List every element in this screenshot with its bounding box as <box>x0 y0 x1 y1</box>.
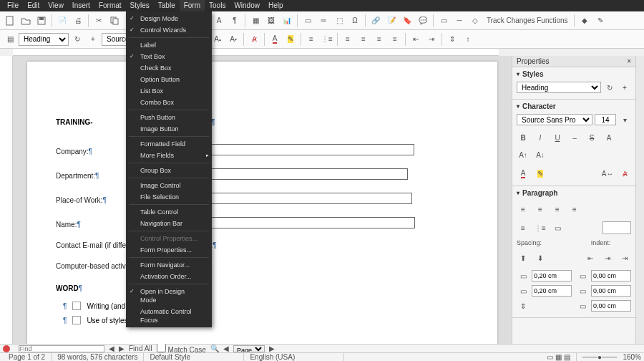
menu-item-push-button[interactable]: Push Button <box>126 112 212 123</box>
line-spacing-icon[interactable]: ⇕ <box>445 32 459 47</box>
menu-item-activation-order-[interactable]: Activation Order... <box>126 271 212 282</box>
find-prev-icon[interactable]: ◀ <box>109 345 114 352</box>
line-icon[interactable]: ─ <box>452 14 467 28</box>
indent-after[interactable]: 0,00 cm <box>591 285 631 297</box>
font-size-input[interactable] <box>595 114 616 125</box>
menu-item-text-box[interactable]: Text Box <box>126 51 212 62</box>
nav-prev-icon[interactable]: ◀ <box>223 345 229 352</box>
menu-styles[interactable]: Styles <box>126 0 154 11</box>
superscript-icon[interactable]: A▴ <box>210 32 225 47</box>
strike-icon[interactable]: S <box>585 131 598 144</box>
bookmark-icon[interactable]: 🔖 <box>400 14 414 28</box>
menu-item-image-control[interactable]: Image Control <box>126 180 212 191</box>
menu-item-list-box[interactable]: List Box <box>126 85 212 97</box>
update-style-icon[interactable]: ↻ <box>603 81 616 94</box>
menu-form[interactable]: Form <box>180 0 205 11</box>
grow-font-icon[interactable]: A↑ <box>517 148 530 161</box>
checkbox-styles[interactable] <box>72 316 81 324</box>
firstline-indent[interactable]: 0,00 cm <box>591 300 631 312</box>
para-spacing-icon[interactable]: ↕ <box>461 32 475 47</box>
nav-next-icon[interactable]: ▶ <box>269 345 275 352</box>
find-input[interactable] <box>19 345 104 352</box>
font-color-icon[interactable]: A <box>517 167 530 180</box>
indent-before-icon[interactable]: ▭ <box>576 269 589 282</box>
open-icon[interactable] <box>19 14 33 28</box>
highlight-color-icon[interactable]: ✎ <box>534 167 547 180</box>
menu-insert[interactable]: Insert <box>68 0 94 11</box>
edit-icon[interactable]: ✎ <box>593 14 608 28</box>
diamond-icon[interactable]: ◆ <box>577 14 592 28</box>
copy-icon[interactable] <box>107 14 122 28</box>
export-pdf-icon[interactable]: 📄 <box>55 14 69 28</box>
formatting-marks-icon[interactable]: ¶ <box>228 14 242 28</box>
cut-icon[interactable]: ✂ <box>92 14 106 28</box>
size-arrow-icon[interactable]: ▾ <box>618 113 631 126</box>
paragraph-style-combo[interactable]: Heading <box>19 33 69 46</box>
menu-item-control-wizards[interactable]: Control Wizards <box>126 24 212 36</box>
table-icon[interactable]: ▦ <box>248 14 263 28</box>
findall-button[interactable]: Find All <box>129 345 152 352</box>
bold-icon[interactable]: B <box>517 131 530 144</box>
sidebar-toggle-icon[interactable]: ▤ <box>3 32 17 47</box>
menu-window[interactable]: Window <box>230 0 264 11</box>
indent-increase-icon[interactable]: ⇥ <box>424 32 439 47</box>
char-spacing-icon[interactable]: A↔ <box>601 167 614 180</box>
vertical-ruler[interactable] <box>0 56 13 344</box>
dec-spacing-icon[interactable]: ⬇ <box>534 251 547 264</box>
status-page[interactable]: Page 1 of 2 <box>3 353 52 361</box>
menu-item-automatic-control-focus[interactable]: Automatic Control Focus <box>126 306 212 326</box>
find-next-icon[interactable]: ▶ <box>119 345 125 352</box>
bullet-icon[interactable]: ≡ <box>517 221 530 234</box>
close-icon[interactable]: × <box>627 57 631 65</box>
search-icon[interactable]: 🔍 <box>210 345 219 352</box>
image-icon[interactable]: 🖼 <box>264 14 278 28</box>
menu-item-image-button[interactable]: Image Button <box>126 123 212 135</box>
align-center-icon[interactable]: ≡ <box>534 203 547 216</box>
section-paragraph[interactable]: Paragraph <box>522 189 557 197</box>
checkbox-writing[interactable] <box>72 302 81 310</box>
menu-item-form-navigator-[interactable]: Form Navigator... <box>126 259 212 271</box>
overline-icon[interactable]: A <box>602 131 615 144</box>
menu-item-form-properties-[interactable]: Form Properties... <box>126 244 212 256</box>
font-combo[interactable]: Source Sans Pro <box>517 114 592 125</box>
shrink-font-icon[interactable]: A↓ <box>534 148 547 161</box>
highlight-icon[interactable]: ✎ <box>283 32 298 47</box>
nav-scope[interactable]: Page <box>233 345 265 352</box>
menu-item-formatted-field[interactable]: Formatted Field <box>126 138 212 150</box>
font-color-icon[interactable]: A <box>268 32 282 47</box>
space-above[interactable]: 0,20 cm <box>532 270 572 281</box>
space-below[interactable]: 0,20 cm <box>532 285 572 297</box>
menu-item-design-mode[interactable]: Design Mode <box>126 13 212 24</box>
inc-indent-icon[interactable]: ⇤ <box>584 251 597 264</box>
align-center-icon[interactable]: ≡ <box>356 32 371 47</box>
menu-view[interactable]: View <box>44 0 68 11</box>
chart-icon[interactable]: 📊 <box>280 14 294 28</box>
menu-item-combo-box[interactable]: Combo Box <box>126 97 212 108</box>
print-icon[interactable]: 🖨 <box>71 14 85 28</box>
header-icon[interactable]: ▭ <box>436 14 451 28</box>
comment-icon[interactable]: 💬 <box>416 14 430 28</box>
subscript-icon[interactable]: A▾ <box>226 32 240 47</box>
section-styles[interactable]: Styles <box>522 70 543 78</box>
menu-table[interactable]: Table <box>154 0 180 11</box>
footnote-icon[interactable]: 📝 <box>384 14 399 28</box>
special-char-icon[interactable]: Ω <box>348 14 362 28</box>
italic-icon[interactable]: I <box>534 131 547 144</box>
status-wordcount[interactable]: 98 words, 576 characters <box>52 353 144 361</box>
dec-indent-icon[interactable]: ⇥ <box>601 251 614 264</box>
below-icon[interactable]: ▭ <box>517 284 530 297</box>
shapes-icon[interactable]: ◇ <box>468 14 482 28</box>
menu-format[interactable]: Format <box>94 0 126 11</box>
menu-file[interactable]: File <box>3 0 23 11</box>
number-icon[interactable]: ⋮≡ <box>534 221 547 234</box>
new-style-icon[interactable]: + <box>618 81 631 94</box>
status-zoom[interactable]: 160% <box>623 353 641 361</box>
view-icons[interactable]: ▭ ▦ ▤ <box>541 353 577 361</box>
bullet-list-icon[interactable]: ≡ <box>304 32 318 47</box>
style-combo[interactable]: Heading <box>517 82 601 93</box>
section-character[interactable]: Character <box>522 102 556 110</box>
sidebar-tabstrip[interactable] <box>635 56 644 344</box>
hyperlink-icon[interactable]: 🔗 <box>369 14 383 28</box>
menu-item-more-fields[interactable]: More Fields <box>126 150 212 161</box>
underline-icon[interactable]: U <box>551 131 564 144</box>
